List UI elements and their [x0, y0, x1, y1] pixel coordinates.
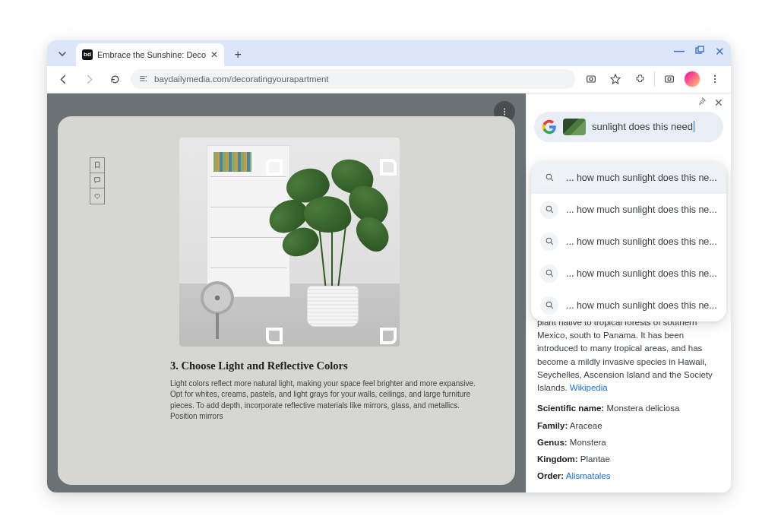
suggestion-item[interactable]: ... how much sunlight does this ne... — [531, 194, 726, 226]
svg-point-3 — [145, 80, 147, 81]
page-content: 3. Choose Light and Reflective Colors Li… — [47, 93, 526, 492]
toolbar-divider — [654, 71, 655, 87]
minimize-icon[interactable]: — — [674, 45, 685, 59]
search-suggestions: ... how much sunlight does this ne... ..… — [531, 162, 726, 321]
article-side-actions — [90, 157, 105, 204]
svg-point-12 — [504, 108, 505, 109]
site-settings-icon[interactable] — [138, 74, 148, 85]
new-tab-button[interactable]: + — [229, 46, 247, 64]
svg-point-2 — [145, 75, 147, 77]
search-icon — [540, 201, 558, 219]
wikipedia-link[interactable]: Wikipedia — [570, 383, 608, 392]
svg-point-14 — [504, 113, 505, 115]
suggestion-item[interactable]: ... how much sunlight does this ne... — [531, 258, 726, 290]
bookmark-button[interactable] — [606, 69, 625, 89]
tab-favicon: bd — [82, 49, 93, 60]
suggestion-text: ... how much sunlight does this ne... — [566, 236, 717, 247]
suggestion-text: ... how much sunlight does this ne... — [566, 173, 717, 183]
profile-avatar[interactable] — [684, 71, 701, 87]
tab-search-dropdown[interactable] — [53, 45, 71, 63]
article-card: 3. Choose Light and Reflective Colors Li… — [58, 116, 515, 485]
suggestion-text: ... how much sunlight does this ne... — [566, 268, 717, 279]
pin-panel-icon[interactable] — [697, 97, 707, 109]
svg-point-23 — [546, 302, 552, 307]
article-body: Light colors reflect more natural light,… — [170, 378, 485, 423]
svg-rect-1 — [698, 46, 704, 52]
article-heading: 3. Choose Light and Reflective Colors — [170, 359, 485, 372]
knowledge-panel: leaf philodendron is a species of flower… — [527, 294, 731, 487]
taxonomy-row: Order: Alismatales — [537, 470, 720, 483]
address-bar[interactable]: baydailymedia.com/decoratingyourapartmen… — [131, 69, 575, 89]
chrome-menu-button[interactable] — [705, 69, 725, 89]
suggestion-text: ... how much sunlight does this ne... — [566, 300, 717, 311]
close-window-icon[interactable]: ✕ — [715, 45, 725, 59]
svg-point-13 — [504, 111, 505, 112]
search-thumbnail — [563, 119, 586, 135]
lens-search-box[interactable]: sunlight does this need — [534, 112, 723, 142]
search-icon — [540, 264, 558, 283]
svg-line-24 — [551, 306, 553, 309]
lens-selection-overlay[interactable] — [267, 160, 395, 343]
google-logo-icon — [542, 119, 557, 135]
suggestion-item[interactable]: ... how much sunlight does this ne... — [531, 290, 726, 321]
svg-point-17 — [546, 206, 552, 211]
search-icon — [540, 296, 558, 315]
svg-line-20 — [551, 242, 553, 245]
svg-point-15 — [546, 174, 552, 179]
suggestion-item[interactable]: ... how much sunlight does this ne... — [531, 162, 726, 194]
taxonomy-row: Kingdom: Plantae — [537, 453, 720, 466]
heart-icon[interactable] — [90, 188, 104, 204]
svg-point-10 — [714, 78, 716, 80]
reload-button[interactable] — [105, 69, 125, 89]
side-panel-lens-button[interactable] — [659, 69, 679, 89]
lens-side-panel: ✕ sunlight does this need ... how much s… — [526, 93, 731, 492]
svg-line-16 — [551, 179, 553, 181]
forward-button[interactable] — [79, 69, 99, 89]
svg-point-19 — [546, 238, 552, 243]
taxonomy-row: Scientific name: Monstera deliciosa — [537, 402, 720, 415]
tab-title: Embrace the Sunshine: Deco — [97, 50, 206, 59]
browser-tab[interactable]: bd Embrace the Sunshine: Deco ✕ — [76, 43, 224, 66]
order-link[interactable]: Alismatales — [566, 471, 611, 480]
extensions-button[interactable] — [630, 69, 650, 89]
svg-line-18 — [551, 211, 553, 213]
search-input-text[interactable]: sunlight does this need — [592, 121, 694, 132]
suggestion-text: ... how much sunlight does this ne... — [566, 204, 717, 215]
taxonomy-row: Genus: Monstera — [537, 436, 720, 449]
close-panel-icon[interactable]: ✕ — [714, 97, 723, 109]
svg-point-8 — [672, 77, 672, 78]
bookmark-icon[interactable] — [90, 158, 104, 173]
url-text: baydailymedia.com/decoratingyourapartmen… — [154, 74, 328, 84]
lens-button[interactable] — [581, 69, 601, 89]
toolbar: baydailymedia.com/decoratingyourapartmen… — [47, 66, 731, 93]
tab-strip: bd Embrace the Sunshine: Deco ✕ + — ✕ — [47, 40, 731, 66]
svg-point-7 — [668, 78, 671, 81]
taxonomy-row: Family: Araceae — [537, 420, 720, 432]
search-icon — [540, 233, 558, 251]
svg-point-11 — [714, 81, 716, 83]
article-hero-image — [179, 138, 400, 347]
svg-point-9 — [714, 75, 716, 77]
browser-window: bd Embrace the Sunshine: Deco ✕ + — ✕ b — [47, 40, 731, 492]
svg-rect-4 — [587, 76, 596, 82]
svg-point-21 — [546, 270, 552, 275]
maximize-icon[interactable] — [695, 45, 704, 59]
svg-point-5 — [590, 78, 593, 81]
window-controls: — ✕ — [674, 45, 725, 59]
tab-close-icon[interactable]: ✕ — [210, 49, 218, 60]
search-icon — [540, 169, 558, 187]
back-button[interactable] — [53, 69, 73, 89]
suggestion-item[interactable]: ... how much sunlight does this ne... — [531, 226, 726, 258]
svg-line-22 — [551, 274, 553, 277]
comment-icon[interactable] — [90, 173, 104, 188]
